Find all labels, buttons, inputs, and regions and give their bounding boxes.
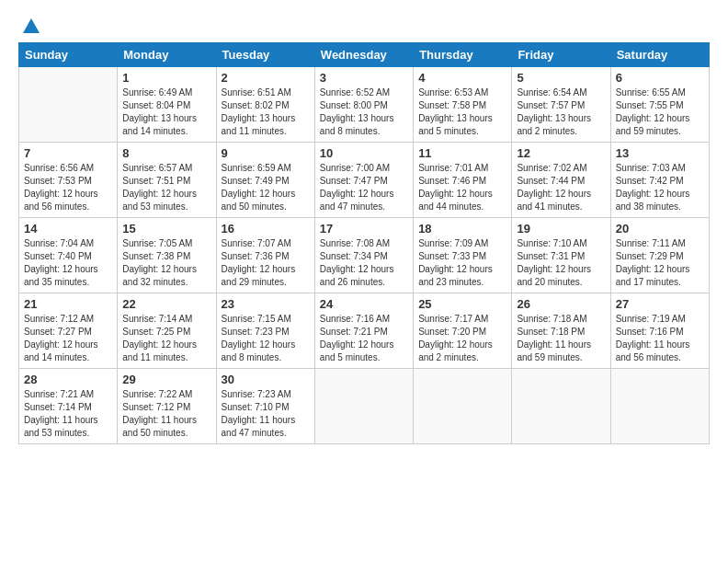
calendar-cell: 20Sunrise: 7:11 AM Sunset: 7:29 PM Dayli… xyxy=(610,218,709,293)
calendar-cell: 6Sunrise: 6:55 AM Sunset: 7:55 PM Daylig… xyxy=(610,67,709,143)
calendar-cell xyxy=(610,369,709,444)
day-info: Sunrise: 7:23 AM Sunset: 7:10 PM Dayligh… xyxy=(222,388,310,440)
day-number: 3 xyxy=(320,71,408,85)
logo-icon xyxy=(21,17,41,37)
day-number: 28 xyxy=(24,373,112,386)
day-number: 18 xyxy=(418,222,506,236)
calendar-cell: 19Sunrise: 7:10 AM Sunset: 7:31 PM Dayli… xyxy=(512,218,610,293)
day-info: Sunrise: 7:03 AM Sunset: 7:42 PM Dayligh… xyxy=(616,162,704,213)
day-number: 23 xyxy=(222,297,310,311)
day-info: Sunrise: 7:21 AM Sunset: 7:14 PM Dayligh… xyxy=(24,388,112,440)
day-number: 15 xyxy=(122,222,210,236)
day-number: 17 xyxy=(320,222,408,236)
day-info: Sunrise: 6:53 AM Sunset: 7:58 PM Dayligh… xyxy=(418,86,506,138)
day-info: Sunrise: 7:22 AM Sunset: 7:12 PM Dayligh… xyxy=(122,388,210,440)
day-number: 22 xyxy=(122,297,210,311)
calendar-cell: 24Sunrise: 7:16 AM Sunset: 7:21 PM Dayli… xyxy=(314,293,413,369)
calendar-cell: 29Sunrise: 7:22 AM Sunset: 7:12 PM Dayli… xyxy=(118,369,216,444)
day-number: 5 xyxy=(517,71,605,85)
calendar-cell: 14Sunrise: 7:04 AM Sunset: 7:40 PM Dayli… xyxy=(19,218,118,293)
day-number: 10 xyxy=(320,146,408,160)
calendar-cell: 21Sunrise: 7:12 AM Sunset: 7:27 PM Dayli… xyxy=(19,293,118,369)
calendar-week-2: 7Sunrise: 6:56 AM Sunset: 7:53 PM Daylig… xyxy=(19,143,710,218)
calendar-header-monday: Monday xyxy=(118,43,216,67)
day-info: Sunrise: 7:00 AM Sunset: 7:47 PM Dayligh… xyxy=(320,162,408,213)
calendar-header-friday: Friday xyxy=(512,43,610,67)
day-info: Sunrise: 7:10 AM Sunset: 7:31 PM Dayligh… xyxy=(517,237,605,289)
calendar-cell: 10Sunrise: 7:00 AM Sunset: 7:47 PM Dayli… xyxy=(314,143,413,218)
calendar-cell: 25Sunrise: 7:17 AM Sunset: 7:20 PM Dayli… xyxy=(414,293,512,369)
calendar-cell: 22Sunrise: 7:14 AM Sunset: 7:25 PM Dayli… xyxy=(118,293,216,369)
calendar-cell: 16Sunrise: 7:07 AM Sunset: 7:36 PM Dayli… xyxy=(216,218,314,293)
day-number: 16 xyxy=(222,222,310,236)
day-number: 20 xyxy=(616,222,704,236)
calendar-cell: 28Sunrise: 7:21 AM Sunset: 7:14 PM Dayli… xyxy=(19,369,118,444)
day-number: 11 xyxy=(418,146,506,160)
calendar-cell: 30Sunrise: 7:23 AM Sunset: 7:10 PM Dayli… xyxy=(216,369,314,444)
calendar-cell: 5Sunrise: 6:54 AM Sunset: 7:57 PM Daylig… xyxy=(512,67,610,143)
calendar-week-5: 28Sunrise: 7:21 AM Sunset: 7:14 PM Dayli… xyxy=(19,369,710,444)
day-info: Sunrise: 6:51 AM Sunset: 8:02 PM Dayligh… xyxy=(222,86,310,138)
day-info: Sunrise: 7:07 AM Sunset: 7:36 PM Dayligh… xyxy=(222,237,310,289)
svg-marker-0 xyxy=(23,18,40,33)
day-number: 29 xyxy=(122,373,210,386)
calendar-header-tuesday: Tuesday xyxy=(216,43,314,67)
day-info: Sunrise: 7:19 AM Sunset: 7:16 PM Dayligh… xyxy=(616,313,704,364)
day-info: Sunrise: 6:57 AM Sunset: 7:51 PM Dayligh… xyxy=(122,162,210,213)
day-info: Sunrise: 7:01 AM Sunset: 7:46 PM Dayligh… xyxy=(418,162,506,213)
day-info: Sunrise: 7:16 AM Sunset: 7:21 PM Dayligh… xyxy=(320,313,408,364)
day-number: 14 xyxy=(24,222,112,236)
calendar-cell xyxy=(19,67,118,143)
day-info: Sunrise: 7:08 AM Sunset: 7:34 PM Dayligh… xyxy=(320,237,408,289)
calendar-header-wednesday: Wednesday xyxy=(314,43,413,67)
day-info: Sunrise: 7:09 AM Sunset: 7:33 PM Dayligh… xyxy=(418,237,506,289)
day-number: 12 xyxy=(517,146,605,160)
calendar-header-saturday: Saturday xyxy=(610,43,709,67)
calendar-cell xyxy=(414,369,512,444)
calendar-cell: 4Sunrise: 6:53 AM Sunset: 7:58 PM Daylig… xyxy=(414,67,512,143)
calendar-cell: 18Sunrise: 7:09 AM Sunset: 7:33 PM Dayli… xyxy=(414,218,512,293)
day-number: 8 xyxy=(122,146,210,160)
calendar-week-1: 1Sunrise: 6:49 AM Sunset: 8:04 PM Daylig… xyxy=(19,67,710,143)
day-number: 7 xyxy=(24,146,112,160)
calendar-cell: 13Sunrise: 7:03 AM Sunset: 7:42 PM Dayli… xyxy=(610,143,709,218)
day-number: 2 xyxy=(222,71,310,85)
calendar-header-row: SundayMondayTuesdayWednesdayThursdayFrid… xyxy=(19,43,710,67)
day-info: Sunrise: 7:12 AM Sunset: 7:27 PM Dayligh… xyxy=(24,313,112,364)
day-info: Sunrise: 7:15 AM Sunset: 7:23 PM Dayligh… xyxy=(222,313,310,364)
calendar-week-4: 21Sunrise: 7:12 AM Sunset: 7:27 PM Dayli… xyxy=(19,293,710,369)
calendar-cell: 11Sunrise: 7:01 AM Sunset: 7:46 PM Dayli… xyxy=(414,143,512,218)
day-info: Sunrise: 7:14 AM Sunset: 7:25 PM Dayligh… xyxy=(122,313,210,364)
page: SundayMondayTuesdayWednesdayThursdayFrid… xyxy=(0,0,728,563)
calendar-cell: 2Sunrise: 6:51 AM Sunset: 8:02 PM Daylig… xyxy=(216,67,314,143)
calendar-cell: 1Sunrise: 6:49 AM Sunset: 8:04 PM Daylig… xyxy=(118,67,216,143)
day-info: Sunrise: 7:18 AM Sunset: 7:18 PM Dayligh… xyxy=(517,313,605,364)
day-info: Sunrise: 7:02 AM Sunset: 7:44 PM Dayligh… xyxy=(517,162,605,213)
day-number: 1 xyxy=(122,71,210,85)
day-info: Sunrise: 6:59 AM Sunset: 7:49 PM Dayligh… xyxy=(222,162,310,213)
day-info: Sunrise: 6:55 AM Sunset: 7:55 PM Dayligh… xyxy=(616,86,704,138)
calendar-cell: 17Sunrise: 7:08 AM Sunset: 7:34 PM Dayli… xyxy=(314,218,413,293)
calendar-cell: 23Sunrise: 7:15 AM Sunset: 7:23 PM Dayli… xyxy=(216,293,314,369)
calendar-cell: 3Sunrise: 6:52 AM Sunset: 8:00 PM Daylig… xyxy=(314,67,413,143)
calendar-cell xyxy=(512,369,610,444)
calendar-cell xyxy=(314,369,413,444)
calendar: SundayMondayTuesdayWednesdayThursdayFrid… xyxy=(18,42,710,444)
calendar-week-3: 14Sunrise: 7:04 AM Sunset: 7:40 PM Dayli… xyxy=(19,218,710,293)
logo xyxy=(18,17,41,33)
day-number: 27 xyxy=(616,297,704,311)
calendar-cell: 26Sunrise: 7:18 AM Sunset: 7:18 PM Dayli… xyxy=(512,293,610,369)
day-number: 6 xyxy=(616,71,704,85)
day-info: Sunrise: 7:05 AM Sunset: 7:38 PM Dayligh… xyxy=(122,237,210,289)
day-info: Sunrise: 7:17 AM Sunset: 7:20 PM Dayligh… xyxy=(418,313,506,364)
calendar-cell: 27Sunrise: 7:19 AM Sunset: 7:16 PM Dayli… xyxy=(610,293,709,369)
calendar-cell: 7Sunrise: 6:56 AM Sunset: 7:53 PM Daylig… xyxy=(19,143,118,218)
day-number: 21 xyxy=(24,297,112,311)
calendar-cell: 15Sunrise: 7:05 AM Sunset: 7:38 PM Dayli… xyxy=(118,218,216,293)
day-number: 9 xyxy=(222,146,310,160)
calendar-header-thursday: Thursday xyxy=(414,43,512,67)
day-info: Sunrise: 6:49 AM Sunset: 8:04 PM Dayligh… xyxy=(122,86,210,138)
day-info: Sunrise: 7:11 AM Sunset: 7:29 PM Dayligh… xyxy=(616,237,704,289)
day-info: Sunrise: 6:52 AM Sunset: 8:00 PM Dayligh… xyxy=(320,86,408,138)
calendar-cell: 8Sunrise: 6:57 AM Sunset: 7:51 PM Daylig… xyxy=(118,143,216,218)
